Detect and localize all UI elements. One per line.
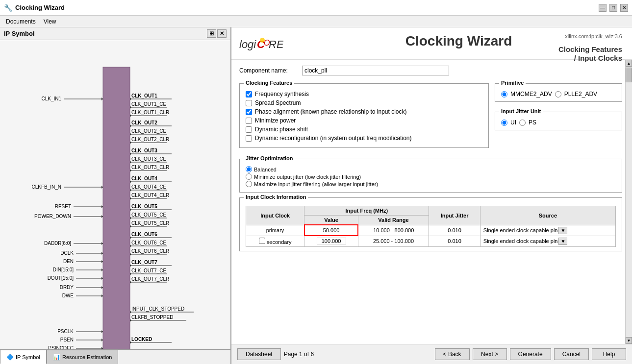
svg-text:DOUT[15:0]: DOUT[15:0] [48,275,74,281]
phase-align-checkbox[interactable] [246,109,252,115]
panel-close-button[interactable]: ✕ [217,29,227,38]
wizard-content: Component name: Clocking Features Freque… [231,60,625,344]
expand-button[interactable]: ⊞ [207,29,216,38]
maximize-jitter-radio[interactable] [246,181,252,187]
secondary-valid-range: 25.000 - 100.000 [358,236,429,246]
secondary-value-input[interactable] [317,238,346,244]
primitive-jitter-area: Primitive MMCME2_ADV PLLE2_ADV Input Jit… [495,83,622,154]
primary-jitter: 0.010 [429,225,480,236]
svg-text:CLK_OUT7: CLK_OUT7 [131,260,157,265]
svg-text:CLK_OUT3: CLK_OUT3 [131,148,157,153]
minimize-power-checkbox[interactable] [246,118,252,124]
back-button[interactable]: < Back [435,348,470,360]
svg-text:PSINCDEC: PSINCDEC [48,345,74,349]
wizard-id: xilinx.com:ip:clk_wiz:3.6 [565,33,622,39]
secondary-source-dropdown: Single ended clock capable pin ▼ [483,238,612,245]
svg-text:CLK_OUT4_CLR: CLK_OUT4_CLR [131,193,169,198]
menu-view[interactable]: View [40,17,60,26]
mmcme2-radio[interactable] [501,91,507,97]
freq-synth-checkbox[interactable] [246,91,252,97]
primitive-box: Primitive MMCME2_ADV PLLE2_ADV [495,83,622,102]
jitter-opt-title: Jitter Optimization [244,155,295,161]
secondary-label: secondary [246,236,304,246]
jitter-opt-box: Jitter Optimization Balanced Minimize ou… [239,159,622,193]
col-valid-range: Valid Range [358,216,429,225]
svg-text:CLK_OUT6_CLR: CLK_OUT6_CLR [131,248,169,254]
jitter-opt-options: Balanced Minimize output jitter (low clo… [246,166,616,187]
primary-source-dropdown-btn[interactable]: ▼ [558,227,567,234]
jitter-minimize-row: Minimize output jitter (low clock jitter… [246,173,616,180]
component-name-input[interactable] [302,66,449,75]
minimize-button[interactable]: — [599,4,607,12]
svg-text:DRDY: DRDY [60,285,74,290]
feature-spread-spectrum: Spread Spectrum [246,99,482,106]
svg-text:DIN[15:0]: DIN[15:0] [53,267,74,272]
help-button[interactable]: Help [592,348,626,360]
menu-bar: Documents View [0,16,632,27]
primary-label: primary [246,225,304,236]
svg-text:DWE: DWE [62,293,74,298]
svg-text:LOCKED: LOCKED [131,337,152,342]
dynamic-reconfig-label: Dynamic reconfiguration (in system outpu… [255,135,411,142]
generate-button[interactable]: Generate [510,348,551,360]
scrollbar-down-button[interactable]: ▼ [626,337,632,344]
next-button[interactable]: Next > [473,348,507,360]
secondary-enable-checkbox[interactable] [259,238,265,244]
scrollbar-track [626,67,632,337]
spread-spectrum-checkbox[interactable] [246,100,252,106]
left-panel: IP Symbol ⊞ ✕ CLK_IN1 CLKFB_IN_N [0,27,231,364]
svg-text:CLK_OUT3_CE: CLK_OUT3_CE [131,156,166,162]
secondary-jitter: 0.010 [429,236,480,246]
plle2-radio[interactable] [555,91,561,97]
symbol-canvas: CLK_IN1 CLKFB_IN_N RESET POWER_DOWN DADD… [0,40,230,349]
bottom-tabs: 🔷 IP Symbol 📊 Resource Estimation [0,349,230,364]
ps-radio[interactable] [519,120,526,126]
svg-text:PSCLK: PSCLK [57,329,74,334]
clocking-features-area: Clocking Features Frequency synthesis Sp… [239,83,622,154]
left-panel-header: IP Symbol ⊞ ✕ [0,27,230,40]
secondary-source-dropdown-btn[interactable]: ▼ [558,238,567,245]
wizard-footer: Datasheet Page 1 of 6 < Back Next > Gene… [231,344,632,364]
close-button[interactable]: ✕ [620,4,628,12]
datasheet-button[interactable]: Datasheet [237,348,281,360]
svg-text:CLK_OUT1_CE: CLK_OUT1_CE [131,101,166,107]
balanced-radio[interactable] [246,166,252,172]
svg-text:CLK_OUT6_CE: CLK_OUT6_CE [131,240,166,245]
menu-documents[interactable]: Documents [2,17,40,26]
svg-text:CLK_OUT5_CLR: CLK_OUT5_CLR [131,220,169,226]
freq-synth-label: Frequency synthesis [255,91,309,97]
main-container: IP Symbol ⊞ ✕ CLK_IN1 CLKFB_IN_N [0,27,632,364]
primary-value-input[interactable] [317,227,346,233]
tab-ip-symbol-label: IP Symbol [16,354,40,360]
feature-freq-synth: Frequency synthesis [246,91,482,97]
clocking-features-box: Clocking Features Frequency synthesis Sp… [239,83,489,148]
dynamic-phase-checkbox[interactable] [246,126,252,133]
primitive-options: MMCME2_ADV PLLE2_ADV [501,91,616,97]
svg-text:CLK_IN1: CLK_IN1 [41,96,61,101]
svg-text:CLK_OUT5: CLK_OUT5 [131,204,157,209]
plle2-label: PLLE2_ADV [564,91,597,97]
minimize-jitter-label: Minimize output jitter (low clock jitter… [254,174,361,180]
spread-spectrum-label: Spread Spectrum [255,99,301,106]
tab-resource-estimation[interactable]: 📊 Resource Estimation [47,350,119,364]
maximize-button[interactable]: □ [609,4,617,12]
svg-text:CLK_OUT2: CLK_OUT2 [131,120,157,125]
left-panel-header-controls: ⊞ ✕ [207,29,227,38]
right-content-area: Component name: Clocking Features Freque… [231,60,632,344]
ui-radio[interactable] [501,120,507,126]
scrollbar-thumb[interactable] [626,68,632,82]
svg-text:CLK_OUT1_CLR: CLK_OUT1_CLR [131,110,169,115]
minimize-power-label: Minimize power [255,117,296,124]
jitter-unit-title: Input Jitter Unit [499,108,543,114]
svg-text:PSEN: PSEN [60,337,74,342]
tab-ip-symbol[interactable]: 🔷 IP Symbol [0,350,47,364]
scrollbar-up-button[interactable]: ▲ [626,60,632,67]
svg-text:CLK_OUT4: CLK_OUT4 [131,176,157,181]
dynamic-reconfig-checkbox[interactable] [246,135,252,142]
svg-text:RESET: RESET [55,204,71,209]
jitter-unit-box: Input Jitter Unit UI PS [495,112,622,130]
svg-text:DCLK: DCLK [60,250,74,256]
minimize-jitter-radio[interactable] [246,173,252,180]
cancel-button[interactable]: Cancel [554,348,589,360]
page-info: Page 1 of 6 [284,351,314,358]
